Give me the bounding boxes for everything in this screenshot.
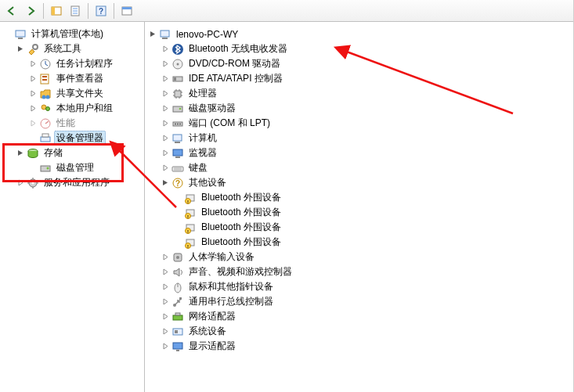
svg-rect-71 — [175, 313, 180, 315]
svg-point-28 — [32, 182, 34, 184]
expand-icon[interactable] — [16, 45, 25, 54]
toolbar: ? — [0, 0, 573, 22]
unknown-device-icon: ! — [184, 192, 197, 204]
device-category-computer[interactable]: 计算机 — [161, 131, 573, 146]
device-category-usb[interactable]: 通用串行总线控制器 — [161, 294, 573, 309]
expand-icon[interactable] — [161, 74, 170, 84]
view-button[interactable] — [118, 2, 135, 20]
expand-icon[interactable] — [28, 59, 38, 69]
expand-icon[interactable] — [161, 89, 170, 99]
device-category-hid[interactable]: 人体学输入设备 — [161, 250, 573, 264]
tree-label: 服务和应用程序 — [42, 175, 112, 190]
tree-label: 鼠标和其他指针设备 — [186, 279, 276, 294]
help-button[interactable]: ? — [92, 2, 110, 20]
device-category-bluetooth[interactable]: Bluetooth 无线电收发器 — [161, 41, 573, 56]
tree-label: 本地用户和组 — [54, 101, 115, 116]
forward-button[interactable] — [22, 2, 39, 20]
expand-icon[interactable] — [161, 268, 170, 277]
svg-rect-10 — [16, 31, 25, 37]
expand-icon[interactable] — [161, 104, 170, 113]
expand-icon[interactable] — [28, 74, 38, 84]
right-tree[interactable]: lenovo-PC-WY Bluetooth 无线电收发器DVD/CD-ROM … — [145, 22, 573, 392]
tree-label: 端口 (COM 和 LPT) — [186, 116, 273, 131]
device-category-monitor[interactable]: 监视器 — [161, 146, 573, 160]
show-hide-tree-button[interactable] — [48, 2, 65, 20]
tree-label: IDE ATA/ATAPI 控制器 — [186, 71, 285, 86]
tree-label: Bluetooth 外围设备 — [199, 220, 283, 235]
expand-icon[interactable] — [161, 164, 170, 173]
expand-icon[interactable] — [148, 30, 157, 39]
expand-icon[interactable] — [16, 178, 25, 188]
device-root[interactable]: lenovo-PC-WY — [148, 27, 573, 41]
tree-local-users[interactable]: 本地用户和组 — [28, 101, 144, 116]
expand-icon[interactable] — [28, 104, 38, 113]
device-category-ide[interactable]: IDE ATA/ATAPI 控制器 — [161, 71, 573, 86]
device-category-mouse[interactable]: 鼠标和其他指针设备 — [161, 279, 573, 294]
expand-icon[interactable] — [161, 312, 170, 322]
tree-storage[interactable]: 存储 — [16, 146, 144, 160]
device-category-diskdrive[interactable]: 磁盘驱动器 — [161, 101, 573, 116]
hid-icon — [171, 251, 184, 264]
toolbar-separator — [43, 3, 44, 19]
properties-button[interactable] — [67, 2, 84, 20]
device-category-keyboard[interactable]: 键盘 — [161, 160, 573, 175]
expand-icon[interactable] — [161, 149, 170, 158]
tree-system-tools[interactable]: 系统工具 — [16, 41, 144, 56]
svg-rect-69 — [179, 297, 182, 300]
perf-icon — [39, 117, 52, 130]
device-category-ports[interactable]: 端口 (COM 和 LPT) — [161, 116, 573, 131]
dvdrom-icon — [171, 58, 184, 70]
svg-rect-44 — [175, 142, 180, 143]
expand-icon[interactable] — [161, 282, 170, 292]
device-category-display[interactable]: 显示适配器 — [161, 339, 573, 354]
tree-root-computer-mgmt[interactable]: 计算机管理(本地) — [3, 27, 144, 41]
expand-icon[interactable] — [161, 45, 170, 54]
device-category-otherdev[interactable]: ?其他设备 — [161, 175, 573, 190]
expand-icon[interactable] — [161, 178, 170, 188]
tree-disk-mgmt[interactable]: 磁盘管理 — [28, 160, 144, 175]
tree-shared-folders[interactable]: 共享文件夹 — [28, 86, 144, 101]
expand-icon[interactable] — [28, 119, 38, 128]
svg-text:!: ! — [187, 228, 189, 233]
expand-icon[interactable] — [161, 119, 170, 128]
device-category-network[interactable]: 网络适配器 — [161, 309, 573, 324]
computer-icon — [171, 132, 184, 145]
svg-text:!: ! — [187, 214, 189, 218]
svg-rect-46 — [175, 156, 180, 158]
disk-icon — [39, 162, 52, 174]
device-item[interactable]: !Bluetooth 外围设备 — [173, 220, 573, 235]
expand-icon[interactable] — [161, 134, 170, 143]
monitor-icon — [171, 147, 184, 160]
tree-label: Bluetooth 外围设备 — [199, 205, 283, 220]
expand-icon[interactable] — [161, 253, 170, 262]
svg-point-17 — [42, 95, 46, 99]
expand-icon[interactable] — [16, 149, 25, 158]
expand-icon[interactable] — [161, 59, 170, 69]
device-category-system[interactable]: 系统设备 — [161, 324, 573, 339]
system-icon — [171, 325, 184, 338]
left-tree[interactable]: 计算机管理(本地) 系统工具 — [0, 22, 145, 392]
services-icon — [27, 177, 39, 189]
expand-icon[interactable] — [28, 89, 38, 99]
tree-label: 监视器 — [186, 146, 219, 160]
expand-icon[interactable] — [161, 342, 170, 351]
device-category-dvdrom[interactable]: DVD/CD-ROM 驱动器 — [161, 56, 573, 71]
device-item[interactable]: !Bluetooth 外围设备 — [173, 190, 573, 205]
tree-task-scheduler[interactable]: 任务计划程序 — [28, 56, 144, 71]
expand-icon[interactable] — [161, 297, 170, 307]
svg-rect-29 — [161, 31, 169, 37]
back-button[interactable] — [3, 2, 20, 20]
svg-rect-11 — [18, 38, 23, 39]
device-category-cpu[interactable]: 处理器 — [161, 86, 573, 101]
device-category-audio[interactable]: 声音、视频和游戏控制器 — [161, 264, 573, 279]
tree-performance[interactable]: 性能 — [28, 116, 144, 131]
tree-device-manager[interactable]: 设备管理器 — [28, 131, 144, 146]
device-item[interactable]: !Bluetooth 外围设备 — [173, 205, 573, 220]
tree-label: Bluetooth 外围设备 — [199, 235, 283, 250]
tree-label: 网络适配器 — [186, 309, 238, 324]
tree-services-apps[interactable]: 服务和应用程序 — [16, 175, 144, 190]
device-item[interactable]: !Bluetooth 外围设备 — [173, 235, 573, 250]
tree-label: 设备管理器 — [54, 131, 106, 146]
tree-event-viewer[interactable]: 事件查看器 — [28, 71, 144, 86]
expand-icon[interactable] — [161, 327, 170, 336]
